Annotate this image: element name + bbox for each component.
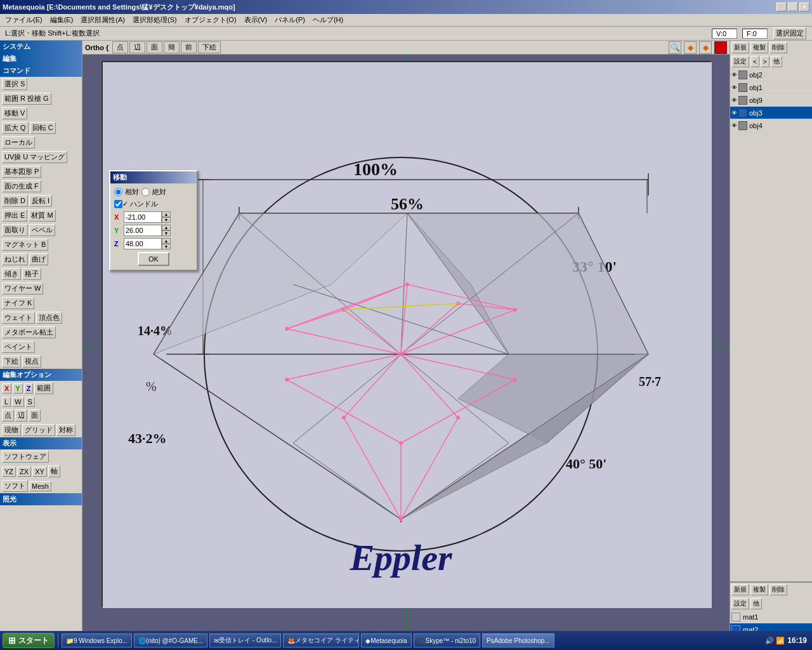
cmd-primitive[interactable]: 基本図形 P [2, 166, 41, 178]
range-btn[interactable]: 範囲 [34, 382, 53, 394]
sym-btn[interactable]: 対称 [56, 424, 75, 436]
y-spin-up[interactable]: ▲ [162, 225, 171, 230]
zoom-fit-icon[interactable]: 🔍 [669, 41, 681, 54]
handle-checkbox[interactable] [114, 200, 122, 208]
taskbar-photoshop[interactable]: Ps Adobe Photoshop... [482, 633, 554, 647]
cmd-wire[interactable]: ワイヤー W [2, 282, 43, 295]
cmd-bend[interactable]: 曲げ [29, 253, 48, 265]
obj-delete-btn[interactable]: 削除 [769, 42, 787, 53]
command-header[interactable]: コマンド [0, 65, 82, 77]
obj-nav-next-btn[interactable]: > [761, 56, 769, 67]
view-face-btn[interactable]: 面 [147, 41, 162, 53]
nav-prev-icon[interactable]: ◆ [684, 41, 697, 54]
cmd-bevel[interactable]: ベベル [29, 224, 55, 236]
view-point-btn[interactable]: 点 [112, 41, 128, 53]
view-simple-btn[interactable]: 簡 [164, 41, 180, 53]
cmd-lattice[interactable]: 格子 [22, 268, 41, 280]
cmd-select[interactable]: 選択 S [2, 78, 27, 90]
axis-btn[interactable]: 軸 [48, 465, 60, 477]
relative-radio[interactable] [114, 188, 122, 196]
select-fix-button[interactable]: 選択固定 [773, 27, 806, 39]
system-header[interactable]: システム [0, 41, 82, 53]
cmd-range[interactable]: 範囲 R 投槍 G [2, 93, 51, 105]
cmd-chamfer[interactable]: 面取り [2, 224, 28, 236]
y-axis-btn[interactable]: Y [13, 383, 22, 394]
cmd-material[interactable]: 材質 M [29, 209, 55, 222]
maximize-button[interactable]: □ [788, 3, 798, 11]
edit-options-header[interactable]: 編集オプション [0, 369, 82, 381]
cmd-tilt[interactable]: 傾き [2, 268, 21, 280]
view-front-btn[interactable]: 前 [181, 41, 197, 53]
obj-nav-prev-btn[interactable]: < [750, 56, 759, 67]
taskbar-explorer[interactable]: 📁 9 Windows Explo... [62, 633, 132, 647]
cmd-weight[interactable]: ウェイト [2, 312, 35, 324]
taskbar-metasequoia[interactable]: ◆ Metasequoia [361, 633, 411, 647]
taskbar-firefox[interactable]: 🦊 メタセコイア ライティ... [283, 633, 359, 647]
minimize-button[interactable]: _ [776, 3, 787, 11]
menu-object[interactable]: オブジェクト(O) [181, 14, 240, 26]
point-sel-btn[interactable]: 点 [2, 409, 14, 421]
x-spinbox-input[interactable] [124, 211, 162, 223]
cmd-twist[interactable]: ねじれ [2, 253, 28, 265]
ok-button[interactable]: OK [138, 252, 169, 266]
obj-row-obj1[interactable]: 👁 obj1 [730, 81, 812, 94]
edit-header[interactable]: 編集 [0, 53, 82, 65]
obj-row-obj9[interactable]: 👁 obj9 [730, 94, 812, 107]
x-spin-down[interactable]: ▼ [162, 217, 171, 223]
menu-help[interactable]: ヘルプ(H) [309, 14, 347, 26]
bg-color-box[interactable] [714, 41, 727, 54]
z-spin-up[interactable]: ▲ [162, 238, 171, 244]
start-button[interactable]: ⊞ スタート [3, 633, 55, 648]
close-button[interactable]: × [799, 3, 809, 11]
cmd-viewpoint[interactable]: 視点 [22, 355, 41, 368]
face-sel-btn[interactable]: 面 [29, 409, 41, 421]
obj-row-obj2[interactable]: 👁 obj2 [730, 69, 812, 81]
display-header[interactable]: 表示 [0, 437, 82, 449]
taskbar-game[interactable]: 🌐 (nito) @#O-GAME... [134, 633, 207, 647]
view-edge-btn[interactable]: 辺 [129, 41, 145, 53]
mesh-btn[interactable]: Mesh [29, 481, 51, 491]
obj-copy-btn[interactable]: 複製 [750, 42, 768, 53]
soft-btn[interactable]: ソフト [2, 480, 28, 492]
x-spin-up[interactable]: ▲ [162, 211, 171, 217]
obj-new-btn[interactable]: 新規 [731, 42, 749, 53]
z-spinbox-input[interactable] [124, 238, 162, 249]
menu-select-proc[interactable]: 選択部処理(S) [129, 14, 181, 26]
nav-next-icon[interactable]: ◆ [699, 41, 712, 54]
zx-btn[interactable]: ZX [17, 467, 31, 477]
cmd-magnet[interactable]: マグネット B [2, 239, 48, 251]
mat-other-btn[interactable]: 他 [750, 598, 762, 609]
cmd-metaball[interactable]: メタボール粘土 [2, 326, 56, 338]
s-btn[interactable]: S [25, 397, 35, 407]
w-btn[interactable]: W [12, 397, 23, 407]
viewport[interactable]: 100% 56% 33° 10' 14·4% 57·7 43·2% 4 [82, 55, 730, 636]
edge-sel-btn[interactable]: 辺 [15, 409, 27, 421]
cmd-extrude[interactable]: 押出 E [2, 209, 27, 222]
obj-row-obj3[interactable]: 👁 obj3 [730, 107, 812, 119]
prop-btn[interactable]: 現物 [2, 424, 21, 436]
xy-btn[interactable]: XY [32, 467, 47, 477]
cmd-delete[interactable]: 削除 D [2, 195, 28, 207]
cmd-create-face[interactable]: 面の生成 F [2, 180, 41, 192]
taskbar-outlook[interactable]: ✉ 受信トレイ - Outlo... [209, 633, 281, 647]
x-axis-btn[interactable]: X [2, 383, 11, 394]
light-header[interactable]: 照光 [0, 493, 82, 505]
mat-row-mat1[interactable]: mat1 [730, 611, 812, 623]
taskbar-skype[interactable]: 📞 Skype™ - ni2to10 [414, 633, 481, 647]
absolute-radio[interactable] [141, 188, 150, 196]
cmd-flip[interactable]: 反転 I [29, 195, 52, 207]
l-btn[interactable]: L [2, 397, 11, 407]
z-spin-down[interactable]: ▼ [162, 244, 171, 249]
view-bgimage-btn[interactable]: 下絵 [198, 41, 221, 53]
obj-other-btn[interactable]: 他 [771, 56, 782, 67]
cmd-local[interactable]: ローカル [2, 136, 35, 149]
menu-select-attr[interactable]: 選択部属性(A) [77, 14, 129, 26]
cmd-knife[interactable]: ナイフ K [2, 297, 34, 309]
cmd-bgimage[interactable]: 下絵 [2, 355, 21, 368]
mat-delete-btn[interactable]: 削除 [769, 584, 787, 595]
cmd-move[interactable]: 移動 V [2, 107, 27, 119]
cmd-rotate[interactable]: 回転 C [30, 122, 56, 134]
mat-new-btn[interactable]: 新規 [731, 584, 749, 595]
mat-settings-btn[interactable]: 設定 [731, 598, 749, 609]
mat-copy-btn[interactable]: 複製 [750, 584, 768, 595]
